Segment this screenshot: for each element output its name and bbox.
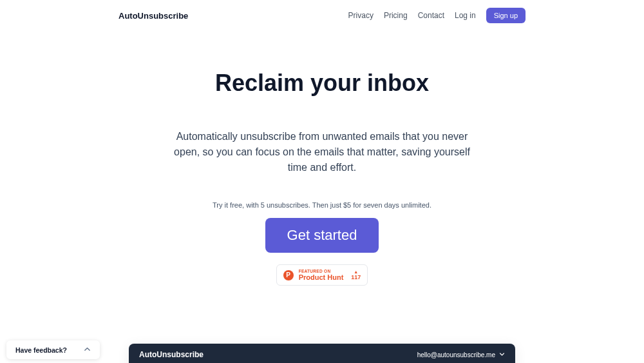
main-header: AutoUnsubscribe Privacy Pricing Contact … [0,0,644,31]
ph-upvote-count: ▲ 117 [351,270,361,280]
hero-section: Reclaim your inbox Automatically unsubsc… [0,31,644,299]
ph-featured-label: FEATURED ON [299,269,344,273]
ph-name: Product Hunt [299,273,344,281]
product-hunt-badge[interactable]: P FEATURED ON Product Hunt ▲ 117 [276,264,368,286]
app-preview: AutoUnsubscribe hello@autounsubscribe.me… [129,344,515,363]
product-hunt-text: FEATURED ON Product Hunt [299,269,344,281]
nav-login[interactable]: Log in [455,11,476,20]
ph-count-number: 117 [351,274,361,280]
feedback-label: Have feedback? [15,346,67,354]
app-logo: AutoUnsubscribe [139,350,204,359]
nav-contact[interactable]: Contact [418,11,444,20]
hero-trial-text: Try it free, with 5 unsubscribes. Then j… [116,201,528,209]
signup-button[interactable]: Sign up [486,8,526,23]
app-user-menu[interactable]: hello@autounsubscribe.me [417,351,505,358]
chevron-up-icon [84,346,91,354]
main-nav: Privacy Pricing Contact Log in Sign up [348,8,526,23]
feedback-widget[interactable]: Have feedback? [6,340,100,359]
upvote-arrow-icon: ▲ [351,270,361,274]
hero-subtitle: Automatically unsubscribe from unwanted … [167,129,477,175]
app-header: AutoUnsubscribe hello@autounsubscribe.me [129,344,515,363]
nav-privacy[interactable]: Privacy [348,11,374,20]
app-user-email: hello@autounsubscribe.me [417,351,495,358]
chevron-down-icon [499,351,505,358]
nav-pricing[interactable]: Pricing [384,11,408,20]
product-hunt-icon: P [283,270,294,280]
get-started-button[interactable]: Get started [265,218,379,253]
site-logo[interactable]: AutoUnsubscribe [118,11,188,21]
hero-title: Reclaim your inbox [116,70,528,97]
